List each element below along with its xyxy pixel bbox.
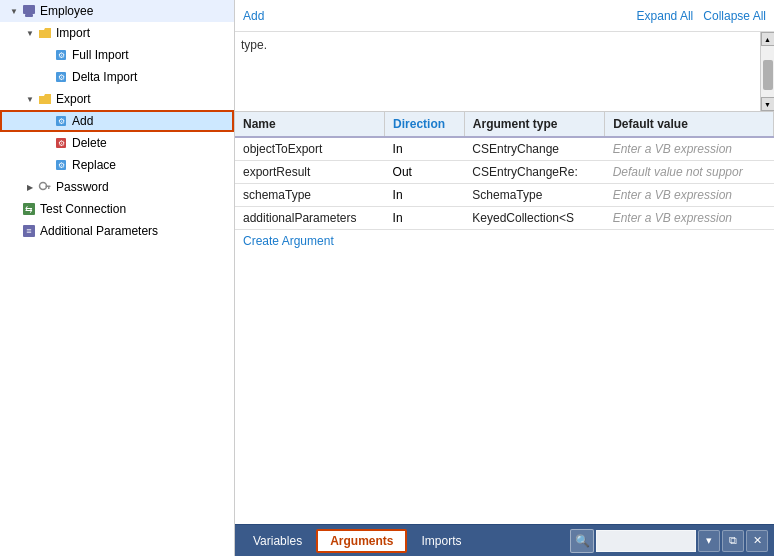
code-area: type. ▲ ▼ [235, 32, 774, 112]
sidebar-item-replace-label: Replace [72, 158, 116, 172]
cell-default-value: Enter a VB expression [605, 184, 774, 207]
col-header-default-value: Default value [605, 112, 774, 137]
expand-arrow-replace: ▶ [40, 159, 52, 171]
sidebar-item-delete-label: Delete [72, 136, 107, 150]
expand-arrow-test-connection: ▶ [8, 203, 20, 215]
sidebar: ▼ Employee ▼ Import ▶ ⚙ Full Import ▶ ⚙ … [0, 0, 235, 556]
sidebar-item-replace[interactable]: ▶ ⚙ Replace [0, 154, 234, 176]
dropdown-icon-button[interactable]: ▾ [698, 530, 720, 552]
svg-rect-14 [48, 187, 50, 189]
connection-icon: ⇆ [21, 201, 37, 217]
expand-window-button[interactable]: ⧉ [722, 530, 744, 552]
cell-arg-type: SchemaType [464, 184, 604, 207]
expand-arrow-delta-import: ▶ [40, 71, 52, 83]
sidebar-item-export[interactable]: ▼ Export [0, 88, 234, 110]
table-header-row: Name Direction Argument type Default val… [235, 112, 774, 137]
sidebar-item-delta-import[interactable]: ▶ ⚙ Delta Import [0, 66, 234, 88]
gear-icon-add: ⚙ [53, 113, 69, 129]
table-row: schemaTypeInSchemaTypeEnter a VB express… [235, 184, 774, 207]
search-icon-button[interactable]: 🔍 [570, 529, 594, 553]
expand-arrow-export: ▼ [24, 93, 36, 105]
sidebar-item-export-label: Export [56, 92, 91, 106]
cell-default-value: Default value not suppor [605, 161, 774, 184]
svg-text:⚙: ⚙ [58, 161, 65, 170]
tab-variables[interactable]: Variables [241, 531, 314, 551]
code-text: type. [241, 38, 267, 52]
arguments-table: Name Direction Argument type Default val… [235, 112, 774, 230]
svg-text:⚙: ⚙ [58, 73, 65, 82]
gear-icon-delete: ⚙ [53, 135, 69, 151]
add-button[interactable]: Add [243, 9, 264, 23]
expand-arrow-employee: ▼ [8, 5, 20, 17]
cell-name: objectToExport [235, 137, 385, 161]
cell-name: exportResult [235, 161, 385, 184]
search-input[interactable] [596, 530, 696, 552]
close-panel-button[interactable]: ✕ [746, 530, 768, 552]
top-bar: Add Expand All Collapse All [235, 0, 774, 32]
collapse-all-button[interactable]: Collapse All [703, 9, 766, 23]
sidebar-item-employee[interactable]: ▼ Employee [0, 0, 234, 22]
scrollbar-thumb[interactable] [763, 60, 773, 90]
svg-text:⇆: ⇆ [25, 204, 33, 214]
svg-text:≡: ≡ [26, 226, 31, 236]
main-panel: Add Expand All Collapse All type. ▲ ▼ Na… [235, 0, 774, 556]
svg-rect-13 [46, 186, 51, 188]
folder-icon-import [37, 25, 53, 41]
arguments-table-area: Name Direction Argument type Default val… [235, 112, 774, 524]
cell-name: additionalParameters [235, 207, 385, 230]
svg-text:⚙: ⚙ [58, 51, 65, 60]
vertical-scrollbar[interactable]: ▲ ▼ [760, 32, 774, 111]
svg-rect-0 [23, 5, 35, 14]
sidebar-item-password-label: Password [56, 180, 109, 194]
table-row: additionalParametersInKeyedCollection<SE… [235, 207, 774, 230]
sidebar-item-full-import[interactable]: ▶ ⚙ Full Import [0, 44, 234, 66]
sidebar-item-password[interactable]: ▶ Password [0, 176, 234, 198]
expand-arrow-delete: ▶ [40, 137, 52, 149]
folder-icon-export [37, 91, 53, 107]
cell-default-value: Enter a VB expression [605, 137, 774, 161]
gear-icon-replace: ⚙ [53, 157, 69, 173]
sidebar-item-delta-import-label: Delta Import [72, 70, 137, 84]
expand-all-button[interactable]: Expand All [637, 9, 694, 23]
cell-direction: Out [385, 161, 465, 184]
sidebar-item-import[interactable]: ▼ Import [0, 22, 234, 44]
expand-arrow-import: ▼ [24, 27, 36, 39]
gear-icon-full-import: ⚙ [53, 47, 69, 63]
cell-default-value: Enter a VB expression [605, 207, 774, 230]
expand-arrow-additional-parameters: ▶ [8, 225, 20, 237]
key-icon [37, 179, 53, 195]
table-row: exportResultOutCSEntryChangeRe:Default v… [235, 161, 774, 184]
sidebar-item-additional-parameters[interactable]: ▶ ≡ Additional Parameters [0, 220, 234, 242]
svg-text:⚙: ⚙ [58, 117, 65, 126]
table-body: objectToExportInCSEntryChangeEnter a VB … [235, 137, 774, 230]
expand-arrow-add: ▶ [40, 115, 52, 127]
sidebar-item-delete[interactable]: ▶ ⚙ Delete [0, 132, 234, 154]
expand-arrow-password: ▶ [24, 181, 36, 193]
bottom-bar: Variables Arguments Imports 🔍 ▾ ⧉ ✕ [235, 524, 774, 556]
params-icon: ≡ [21, 223, 37, 239]
sidebar-item-test-connection[interactable]: ▶ ⇆ Test Connection [0, 198, 234, 220]
col-header-arg-type: Argument type [464, 112, 604, 137]
cell-name: schemaType [235, 184, 385, 207]
scroll-down-button[interactable]: ▼ [761, 97, 775, 111]
create-argument-link[interactable]: Create Argument [235, 230, 774, 252]
sidebar-item-add-label: Add [72, 114, 93, 128]
cell-arg-type: KeyedCollection<S [464, 207, 604, 230]
svg-point-12 [40, 183, 47, 190]
sidebar-item-import-label: Import [56, 26, 90, 40]
sidebar-item-test-connection-label: Test Connection [40, 202, 126, 216]
cell-direction: In [385, 137, 465, 161]
expand-arrow-full-import: ▶ [40, 49, 52, 61]
col-header-direction: Direction [385, 112, 465, 137]
sidebar-item-additional-parameters-label: Additional Parameters [40, 224, 158, 238]
cell-arg-type: CSEntryChange [464, 137, 604, 161]
tab-imports[interactable]: Imports [409, 531, 473, 551]
cell-direction: In [385, 184, 465, 207]
cell-direction: In [385, 207, 465, 230]
sidebar-item-full-import-label: Full Import [72, 48, 129, 62]
top-bar-actions: Expand All Collapse All [637, 9, 766, 23]
tab-arguments[interactable]: Arguments [316, 529, 407, 553]
person-icon [21, 3, 37, 19]
sidebar-item-add[interactable]: ▶ ⚙ Add [0, 110, 234, 132]
scroll-up-button[interactable]: ▲ [761, 32, 775, 46]
